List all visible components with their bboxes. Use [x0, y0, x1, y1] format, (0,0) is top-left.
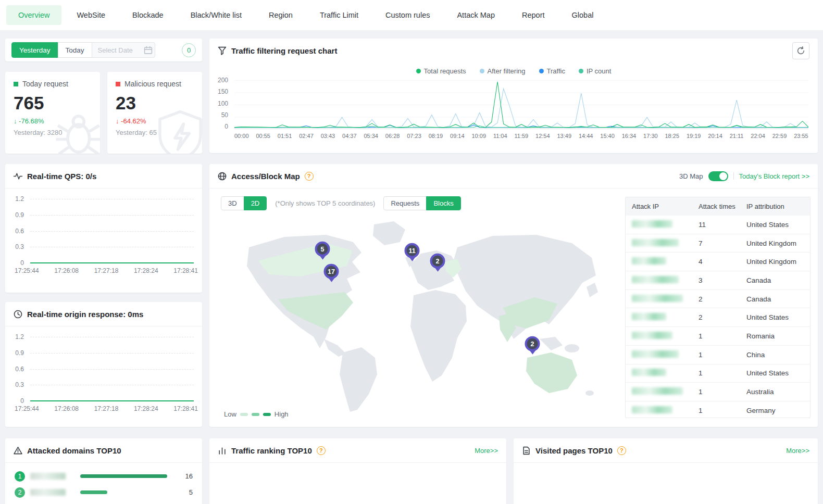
table-row: 2 United States	[626, 308, 810, 327]
select-date-input[interactable]	[92, 42, 155, 58]
legend-dot	[579, 69, 583, 73]
blurred-domain	[30, 489, 66, 496]
x-tick-label: 17:25:44	[15, 267, 39, 274]
traffic-chart-title: Traffic filtering request chart	[231, 46, 337, 55]
traffic-chart: 200150100500 00:0000:5501:5102:4703:4304…	[218, 80, 808, 139]
legend-total-requests[interactable]: Total requests	[416, 67, 466, 75]
tab-overview[interactable]: Overview	[6, 5, 61, 25]
masked-ip-cell	[632, 387, 699, 396]
y-tick-label: 0.9	[15, 211, 24, 219]
attack-times-cell: 1	[699, 388, 746, 396]
top-nav: Overview WebSite Blockade Black/White li…	[0, 0, 823, 30]
x-tick-label: 23:55	[794, 133, 808, 139]
y-tick-label: 100	[218, 100, 228, 107]
x-tick-label: 00:00	[234, 133, 249, 139]
refresh-button[interactable]	[792, 42, 809, 59]
masked-ip-cell	[632, 313, 699, 322]
x-tick-label: 17:28:41	[173, 267, 198, 274]
clock-icon	[14, 310, 22, 319]
blurred-ip	[632, 332, 672, 339]
traffic-ranking-more-link[interactable]: More>>	[475, 447, 498, 455]
tab-report[interactable]: Report	[510, 5, 557, 25]
today-button[interactable]: Today	[58, 42, 92, 58]
blurred-ip	[632, 295, 683, 302]
tab-traffic-limit[interactable]: Traffic Limit	[308, 5, 370, 25]
y-tick-label: 0	[225, 123, 228, 130]
x-tick-label: 17:27:18	[94, 267, 119, 274]
map-pin-us: 17	[324, 264, 339, 282]
legend-after-filtering[interactable]: After filtering	[480, 67, 526, 75]
table-row: 4 United Kingdom	[626, 253, 810, 271]
blurred-ip	[632, 276, 679, 283]
yesterday-button[interactable]: Yesterday	[11, 42, 58, 58]
malicious-request-label: Malicious request	[124, 80, 181, 88]
traffic-ranking-help-icon[interactable]: ?	[317, 446, 326, 455]
date-filter-panel: Yesterday Today 0	[5, 39, 202, 61]
tab-black-white-list[interactable]: Black/White list	[179, 5, 254, 25]
visited-pages-more-link[interactable]: More>>	[786, 447, 809, 455]
today-request-card: Today request 765 ↓ -76.68% Yesterday: 3…	[5, 72, 100, 154]
attack-times-cell: 4	[699, 258, 746, 266]
blurred-ip	[632, 350, 679, 358]
requests-button[interactable]: Requests	[383, 196, 427, 210]
origin-x-axis: 17:25:4417:26:0817:27:1817:28:2417:28:41	[15, 405, 198, 412]
map-3d-toggle[interactable]	[708, 171, 728, 181]
map-2d-button[interactable]: 2D	[244, 196, 267, 210]
legend-dot	[480, 69, 484, 73]
table-row: 1 Germany	[626, 401, 810, 418]
pin-value: 2	[525, 336, 540, 351]
heat-bar-low	[240, 413, 248, 416]
domain-attack-bar	[80, 490, 173, 494]
legend-label: IP count	[587, 67, 611, 75]
tab-custom-rules[interactable]: Custom rules	[373, 5, 442, 25]
legend-dot	[416, 69, 421, 73]
attack-times-cell: 1	[699, 351, 746, 359]
table-row: 11 United States	[626, 216, 810, 234]
refresh-icon	[796, 46, 805, 55]
blurred-ip	[632, 369, 666, 376]
tab-global[interactable]: Global	[560, 5, 606, 25]
blocks-button[interactable]: Blocks	[426, 196, 460, 210]
visited-pages-help-icon[interactable]: ?	[617, 446, 626, 455]
legend-traffic[interactable]: Traffic	[539, 67, 565, 75]
tab-region[interactable]: Region	[257, 5, 305, 25]
blurred-ip	[632, 220, 672, 228]
masked-ip-cell	[632, 239, 699, 248]
masked-ip-cell	[632, 350, 699, 359]
blurred-ip	[632, 406, 672, 413]
legend-ip-count[interactable]: IP count	[579, 67, 611, 75]
tab-blockade[interactable]: Blockade	[120, 5, 176, 25]
masked-ip-cell	[632, 406, 699, 415]
block-report-link[interactable]: Today's Block report >>	[739, 172, 809, 180]
table-row: 1 United States	[626, 364, 810, 383]
attribution-cell: Australia	[746, 388, 804, 396]
attack-times-cell: 1	[699, 332, 746, 340]
map-help-icon[interactable]: ?	[305, 172, 314, 181]
x-tick-label: 11:04	[493, 133, 507, 139]
attribution-cell: China	[746, 351, 804, 359]
table-row: 1 Romania	[626, 327, 810, 346]
x-tick-label: 00:55	[256, 133, 270, 139]
rank-badge: 2	[15, 487, 25, 498]
masked-ip-cell	[632, 276, 699, 285]
x-tick-label: 20:14	[708, 133, 722, 139]
date-field[interactable]	[97, 46, 141, 55]
x-tick-label: 17:28:24	[134, 267, 158, 274]
attribution-cell: United States	[746, 221, 804, 229]
globe-icon	[218, 172, 227, 181]
map-note: (*Only shows TOP 5 coordinates)	[275, 199, 375, 207]
x-tick-label: 09:14	[450, 133, 465, 139]
map-3d-button[interactable]: 3D	[221, 196, 244, 210]
col-attack-times: Attack times	[699, 203, 746, 210]
funnel-icon	[218, 46, 227, 55]
attribution-cell: United States	[746, 369, 804, 377]
tab-website[interactable]: WebSite	[65, 5, 117, 25]
domain-attack-bar	[80, 474, 173, 478]
masked-ip-cell	[632, 295, 699, 304]
today-request-label: Today request	[22, 80, 68, 88]
legend-dot	[539, 69, 544, 73]
origin-chart: 1.20.90.60.30 17:25:4417:26:0817:27:1817…	[5, 326, 202, 415]
tab-attack-map[interactable]: Attack Map	[445, 5, 507, 25]
x-tick-label: 11:59	[514, 133, 528, 139]
attack-table-header: Attack IP Attack times IP attribution	[626, 197, 810, 216]
